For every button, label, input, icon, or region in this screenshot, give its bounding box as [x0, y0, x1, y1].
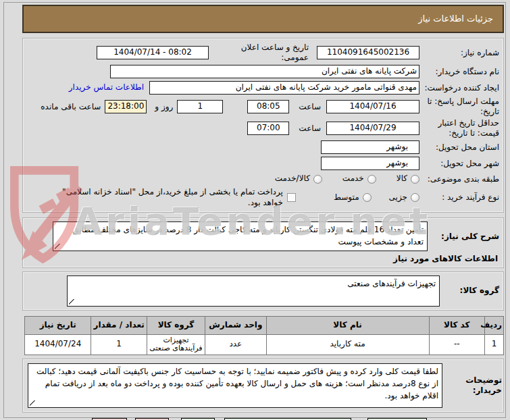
delivery-city-input[interactable]: بوشهر [321, 157, 419, 170]
items-table: ردیف کد کالا نام کالا واحد شمارش گروه کا… [24, 316, 504, 355]
buyer-notes-row: توضیحات خریدار: لطفا قیمت کلی وارد کرده … [24, 363, 502, 408]
delivery-province-input[interactable]: بوشهر [321, 140, 419, 154]
treasury-payment-checkbox-group[interactable]: پرداخت تمام یا بخشی از مبلغ خرید،از محل … [46, 187, 296, 208]
request-creator-input[interactable]: مهدی قنواتی مامور خرید شرکت پایانه های ن… [149, 81, 419, 95]
buyer-contact-link[interactable]: اطلاعات تماس خریدار [69, 82, 144, 93]
delivery-city-row: شهر محل تحویل: بوشهر [27, 156, 499, 171]
price-validity-time-input[interactable]: 07:00 [247, 122, 289, 135]
process-type-option-minor[interactable]: جزیی [389, 192, 419, 203]
radio-icon[interactable] [363, 193, 372, 202]
subject-class-option-service[interactable]: خدمت [342, 174, 376, 184]
resize-handle-icon[interactable] [30, 400, 35, 406]
col-header-row-number: ردیف [484, 316, 503, 334]
cell-item-code: -- [429, 334, 484, 355]
radio-icon[interactable] [411, 193, 419, 202]
remaining-time-countdown: 23:18:00 [105, 100, 147, 113]
col-header-quantity: تعداد / مقدار [91, 316, 147, 334]
resize-handle-icon[interactable] [55, 244, 60, 249]
delivery-province-row: استان محل تحویل: بوشهر [27, 140, 499, 155]
price-validity-hour-label: ساعت [295, 124, 321, 134]
remaining-hours-label: ساعت باقی مانده [36, 102, 101, 112]
reply-deadline-time-input[interactable]: 08:05 [247, 100, 289, 113]
request-info-group: شماره نیاز: 1104091645002136 تاریخ و ساع… [22, 38, 504, 213]
col-header-unit: واحد شمارش [205, 316, 266, 334]
process-type-row: نوع فرآیند خرید : جزیی متوسط پرداخت تمام… [27, 187, 499, 208]
subject-class-option-goods[interactable]: کالا [397, 174, 419, 184]
price-validity-date-input[interactable]: 1404/07/29 [326, 122, 419, 135]
option-label: متوسط [334, 192, 359, 203]
request-creator-row: ایجاد کننده درخواست: مهدی قنواتی مامور خ… [27, 80, 499, 95]
radio-icon[interactable] [367, 175, 376, 184]
announce-datetime-label: تاریخ و ساعت اعلان عمومی: [209, 43, 309, 63]
delivery-city-label: شهر محل تحویل: [419, 159, 499, 169]
goods-group-text: تجهیزات فرآیندهای صنعتی [71, 278, 436, 290]
col-header-need-date: تاریخ نیاز [25, 316, 91, 334]
need-description-group: شرح کلی نیاز: تأمین تعداد 16 قلم مته فول… [22, 217, 504, 268]
buyer-notes-textarea[interactable]: لطفا قیمت کلی وارد کرده و پیش فاکتور ضمی… [28, 363, 442, 408]
radio-icon[interactable] [411, 175, 419, 184]
need-number-input[interactable]: 1104091645002136 [317, 46, 419, 59]
need-number-label: شماره نیاز: [419, 48, 499, 58]
delivery-province-label: استان محل تحویل: [419, 142, 499, 153]
cell-row-number: 1 [484, 334, 503, 355]
buyer-org-row: نام دستگاه خریدار: شرکت پایانه های نفتی … [27, 64, 499, 79]
goods-group-row: گروه کالا: تجهیزات فرآیندهای صنعتی [27, 275, 499, 307]
goods-group-section: گروه کالا: تجهیزات فرآیندهای صنعتی [22, 271, 504, 311]
col-header-item-group: گروه کالا [147, 316, 205, 334]
option-label: کالا [397, 174, 407, 184]
need-description-textarea[interactable]: تأمین تعداد 16 قلم مته فولادی تنگستن کار… [53, 221, 428, 251]
page-title-bar: جزئیات اطلاعات نیاز [22, 5, 504, 33]
buyer-org-input[interactable]: شرکت پایانه های نفتی ایران [110, 65, 419, 78]
buyer-notes-group: توضیحات خریدار: لطفا قیمت کلی وارد کرده … [22, 359, 504, 413]
remaining-days-input[interactable]: 1 [177, 100, 223, 113]
page: { "title": "جزئیات اطلاعات نیاز", "water… [0, 0, 510, 420]
goods-group-label: گروه کالا: [440, 286, 499, 296]
col-header-item-name: نام کالا [266, 316, 429, 334]
option-label: کالا/خدمت [275, 174, 310, 184]
page-title: جزئیات اطلاعات نیاز [418, 14, 493, 25]
reply-deadline-date-input[interactable]: 1404/07/16 [326, 100, 419, 113]
option-label: خدمت [342, 174, 364, 184]
need-description-row: شرح کلی نیاز: تأمین تعداد 16 قلم مته فول… [27, 221, 499, 251]
buyer-org-label: نام دستگاه خریدار: [419, 67, 499, 77]
items-table-header-row: ردیف کد کالا نام کالا واحد شمارش گروه کا… [25, 316, 504, 334]
need-number-row: شماره نیاز: 1104091645002136 تاریخ و ساع… [27, 43, 499, 63]
announce-datetime-input[interactable]: 1404/07/14 - 08:02 [97, 46, 209, 59]
subject-class-label: طبقه بندی موضوعی: [419, 174, 499, 184]
goods-group-textarea[interactable]: تجهیزات فرآیندهای صنعتی [67, 275, 440, 307]
price-validity-row: حداقل تاریخ اعتبار قیمت: تا تاریخ: 1404/… [27, 118, 499, 138]
buyer-notes-label: توضیحات خریدار: [442, 375, 502, 396]
cell-quantity: 1 [91, 334, 147, 355]
goods-info-heading: اطلاعات کالاهای مورد نیاز [27, 254, 498, 265]
cell-unit: عدد [205, 334, 266, 355]
reply-deadline-row: مهلت ارسال پاسخ: تا تاریخ: 1404/07/16 سا… [27, 97, 499, 117]
reply-deadline-hour-label: ساعت [295, 102, 321, 112]
treasury-payment-label: پرداخت تمام یا بخشی از مبلغ خرید،از محل … [46, 187, 283, 208]
checkbox-icon[interactable] [287, 193, 296, 202]
process-type-option-medium[interactable]: متوسط [334, 192, 372, 203]
need-description-label: شرح کلی نیاز: [428, 232, 499, 242]
subject-class-option-goods-service[interactable]: کالا/خدمت [275, 174, 322, 184]
resize-handle-icon[interactable] [69, 299, 74, 305]
option-label: جزیی [389, 192, 407, 203]
days-and-label: روز و [151, 102, 173, 112]
cell-need-date: 1404/07/24 [25, 334, 91, 355]
process-type-label: نوع فرآیند خرید : [419, 192, 499, 203]
need-description-text: تأمین تعداد 16 قلم مته فولادی تنگستن کار… [57, 224, 424, 248]
subject-class-row: طبقه بندی موضوعی: کالا خدمت کالا/خدمت [27, 172, 499, 186]
cell-item-name: مته کارباید [266, 334, 429, 355]
radio-icon[interactable] [313, 175, 322, 184]
main-content: جزئیات اطلاعات نیاز شماره نیاز: 11040916… [6, 5, 504, 420]
buyer-notes-text: لطفا قیمت کلی وارد کرده و پیش فاکتور ضمی… [32, 365, 438, 402]
reply-deadline-label: مهلت ارسال پاسخ: تا تاریخ: [419, 97, 499, 117]
col-header-item-code: کد کالا [429, 316, 484, 334]
table-row: 1 -- مته کارباید عدد تجهیزات فرآیندهای ص… [25, 334, 504, 355]
price-validity-label: حداقل تاریخ اعتبار قیمت: تا تاریخ: [419, 118, 499, 138]
request-creator-label: ایجاد کننده درخواست: [419, 83, 499, 93]
cell-item-group: تجهیزات فرآیندهای صنعتی [147, 334, 205, 355]
